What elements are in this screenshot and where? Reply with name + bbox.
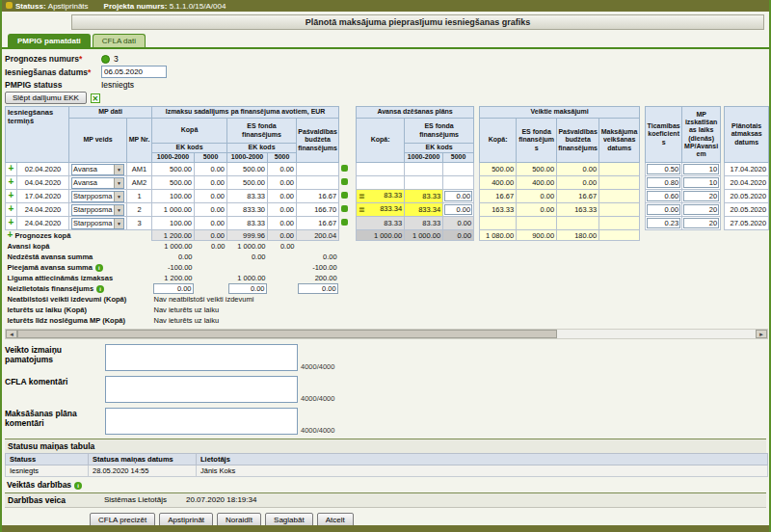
laiks-input[interactable]: 20 [683, 204, 719, 215]
veiktie-kopa-cell: 163.33 [480, 203, 517, 217]
es-1000-cell: 83.33 [227, 217, 268, 230]
char-counter: 4000/4000 [301, 362, 334, 371]
avansa-5000-input[interactable]: 0.00 [444, 204, 472, 215]
darbibas-veica-label: Darbības veica [8, 495, 104, 505]
veiktie-datums-cell [599, 190, 640, 203]
info-icon[interactable]: i [74, 482, 82, 490]
avansa-5000-cell [443, 163, 474, 176]
add-row-button[interactable]: + [6, 176, 17, 190]
mp-veids-select[interactable]: Starpposma▼ [71, 204, 124, 216]
col-veiktie-maksajumi: Veiktie maksājumi [480, 107, 640, 119]
mp-veids-select[interactable]: Starpposma▼ [71, 218, 124, 229]
info-icon[interactable] [341, 165, 348, 172]
mp-veids-value: Starpposma [72, 192, 114, 200]
koef-input[interactable]: 0.23 [647, 218, 680, 228]
mp-veids-select[interactable]: Avansa▼ [71, 177, 124, 189]
plus-icon: + [9, 217, 14, 227]
hide-ekk-button[interactable]: Slēpt dalījumu EKK [5, 92, 87, 104]
koef-input[interactable]: 0.60 [647, 191, 680, 201]
chevron-down-icon: ▼ [114, 192, 123, 201]
split-icon[interactable]: ≣ [359, 191, 365, 202]
veiktie-es-cell: 400.00 [517, 176, 557, 190]
veiktie-pasv-cell: 0.00 [557, 163, 599, 176]
scroll-left-icon[interactable]: ◄ [6, 330, 17, 338]
summary-row-pieejama: Pieejamā avansa summai -100.00 -100.00 [6, 262, 769, 273]
mp-veids-value: Starpposma [72, 219, 114, 227]
info-icon[interactable] [341, 178, 348, 185]
izmainu-pamatojums-textarea[interactable] [105, 344, 298, 371]
neizlietotais-pasv-input[interactable]: 0.00 [298, 283, 338, 294]
kopa-5000-cell: 0.00 [195, 163, 227, 176]
add-row-button[interactable]: + [6, 217, 17, 230]
tab-cfla-dati[interactable]: CFLA dati [93, 34, 146, 47]
kopa-5000-cell: 0.00 [195, 190, 227, 203]
info-icon[interactable] [341, 192, 348, 199]
neizlietotais-kopa-input[interactable]: 0.00 [153, 283, 194, 294]
col-mp-dati: MP dati [69, 107, 152, 119]
veiktie-es-cell: 500.00 [517, 163, 557, 176]
mp-nr-cell: 1 [127, 190, 152, 203]
veiktie-datums-cell [599, 176, 640, 190]
summary-row-liguma: Līguma attiecināmās izmaksas 1 200.00 1 … [6, 273, 769, 283]
koef-input[interactable]: 0.50 [647, 164, 680, 174]
pasvaldibas-cell: 166.70 [297, 203, 339, 217]
scroll-right-icon[interactable]: ► [756, 330, 767, 338]
summary-row-ieturets-mp: Ieturēts līdz noslēguma MP (Kopā) Nav ie… [6, 315, 769, 326]
col-ekk-5000: 5000 [268, 153, 297, 163]
row-date: 17.04.2020 [17, 190, 69, 203]
add-row-button[interactable]: + [6, 163, 17, 176]
laiks-input[interactable]: 20 [683, 191, 719, 201]
col-mp-izskatisanas-laiks: MP izskatīšanas laiks (dienās) MP/Avansi… [682, 107, 721, 163]
es-1000-cell: 833.30 [227, 203, 268, 217]
neizlietotais-es-input[interactable]: 0.00 [228, 283, 267, 294]
iesniegsanas-datums-input[interactable]: 06.05.2020 [101, 66, 167, 78]
planotais-cell: 20.04.2020 [725, 176, 769, 190]
split-icon[interactable]: ≣ [359, 204, 365, 216]
maksasanas-komentari-textarea[interactable] [105, 408, 298, 435]
col-statuss: Statuss [6, 453, 89, 465]
es-1000-cell: 500.00 [227, 163, 268, 176]
mp-nr-cell: 3 [127, 217, 152, 230]
add-row-button[interactable]: + [6, 190, 17, 203]
chevron-down-icon: ▼ [114, 219, 123, 228]
kopa-1000-cell: 1 000.00 [152, 203, 195, 217]
cfla-komentari-textarea[interactable] [105, 376, 298, 403]
row-date: 24.04.2020 [17, 217, 69, 230]
mp-veids-select[interactable]: Avansa▼ [71, 164, 124, 175]
plus-icon: + [9, 190, 14, 200]
horizontal-scrollbar[interactable]: ◄ ► [5, 329, 768, 339]
summary-row-prognozes: + Prognozes kopā 1 200.00 0.00 999.96 0.… [6, 230, 769, 241]
iesniegsanas-datums-label: Iesniegšanas datums* [5, 67, 101, 77]
kopa-1000-cell: 500.00 [152, 163, 195, 176]
table-row: + 02.04.2020 Avansa▼ AM1 500.00 0.00 500… [6, 163, 769, 176]
laiks-input[interactable]: 10 [683, 177, 719, 188]
avansa-5000-input[interactable]: 0.00 [444, 191, 472, 201]
col-ekk-5000: 5000 [195, 153, 227, 163]
es-5000-cell: 0.00 [268, 163, 297, 176]
ekk-checkbox-icon[interactable]: ✕ [91, 93, 100, 103]
table-row: + 24.04.2020 Starpposma▼ 2 1 000.00 0.00… [6, 203, 769, 217]
info-icon[interactable] [341, 205, 348, 212]
col-ekk-1000-2000: 1000-2000 [227, 153, 268, 163]
kopa-5000-cell: 0.00 [195, 176, 227, 190]
koef-input[interactable]: 0.00 [647, 204, 680, 215]
table-row: + 04.04.2020 Avansa▼ AM2 500.00 0.00 500… [6, 176, 769, 190]
tab-pmpig-pamatdati[interactable]: PMPIG pamatdati [8, 34, 91, 47]
plus-icon[interactable]: + [8, 230, 13, 240]
koef-input[interactable]: 0.80 [647, 177, 680, 188]
col-ek-kods: EK kods [152, 144, 227, 153]
info-icon[interactable]: i [95, 264, 103, 272]
info-icon[interactable]: i [96, 285, 104, 293]
info-icon[interactable] [341, 219, 348, 226]
es-1000-cell: 500.00 [227, 176, 268, 190]
scrollbar-thumb[interactable] [17, 330, 557, 338]
mp-veids-value: Avansa [72, 165, 114, 173]
mp-veids-select[interactable]: Starpposma▼ [71, 191, 124, 202]
prognozes-value: 3 [114, 54, 119, 64]
chevron-down-icon: ▼ [114, 205, 123, 215]
add-row-button[interactable]: + [6, 203, 17, 217]
laiks-input[interactable]: 10 [683, 164, 719, 174]
laiks-input[interactable]: 20 [683, 218, 719, 228]
col-planotais-atmaksas-datums: Plānotais atmaksas datums [725, 107, 769, 163]
col-kopa: Kopā [152, 119, 227, 144]
